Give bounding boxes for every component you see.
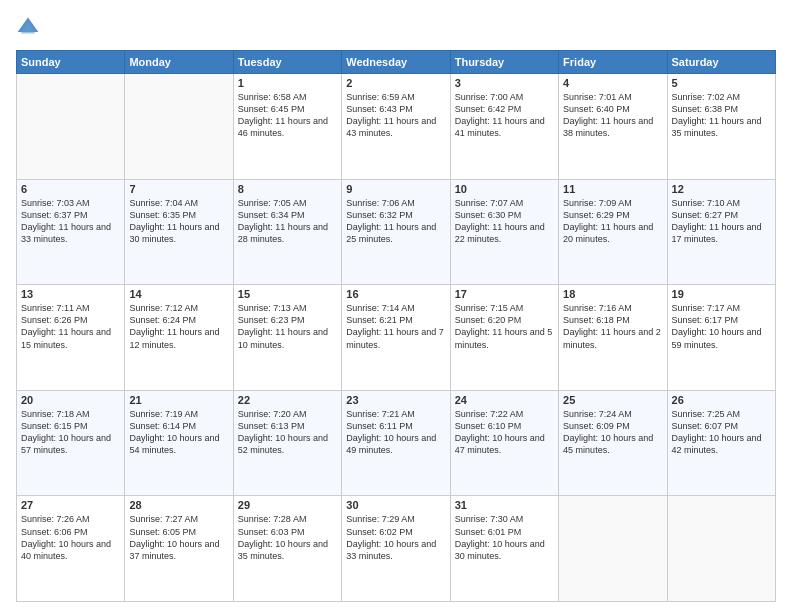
day-info: Sunrise: 7:29 AMSunset: 6:02 PMDaylight:… [346,513,445,562]
day-info: Sunrise: 7:04 AMSunset: 6:35 PMDaylight:… [129,197,228,246]
day-number: 6 [21,183,120,195]
day-number: 17 [455,288,554,300]
calendar-cell: 8Sunrise: 7:05 AMSunset: 6:34 PMDaylight… [233,179,341,285]
day-number: 23 [346,394,445,406]
day-number: 10 [455,183,554,195]
calendar-cell: 4Sunrise: 7:01 AMSunset: 6:40 PMDaylight… [559,74,667,180]
day-number: 18 [563,288,662,300]
day-info: Sunrise: 7:24 AMSunset: 6:09 PMDaylight:… [563,408,662,457]
day-number: 9 [346,183,445,195]
day-number: 8 [238,183,337,195]
day-number: 21 [129,394,228,406]
day-info: Sunrise: 7:12 AMSunset: 6:24 PMDaylight:… [129,302,228,351]
day-info: Sunrise: 7:26 AMSunset: 6:06 PMDaylight:… [21,513,120,562]
calendar-cell: 26Sunrise: 7:25 AMSunset: 6:07 PMDayligh… [667,390,775,496]
day-number: 4 [563,77,662,89]
calendar-week-4: 20Sunrise: 7:18 AMSunset: 6:15 PMDayligh… [17,390,776,496]
calendar-cell: 27Sunrise: 7:26 AMSunset: 6:06 PMDayligh… [17,496,125,602]
weekday-header-sunday: Sunday [17,51,125,74]
day-number: 11 [563,183,662,195]
calendar-week-5: 27Sunrise: 7:26 AMSunset: 6:06 PMDayligh… [17,496,776,602]
calendar-cell: 15Sunrise: 7:13 AMSunset: 6:23 PMDayligh… [233,285,341,391]
calendar-cell: 2Sunrise: 6:59 AMSunset: 6:43 PMDaylight… [342,74,450,180]
calendar-cell: 28Sunrise: 7:27 AMSunset: 6:05 PMDayligh… [125,496,233,602]
day-number: 12 [672,183,771,195]
logo-icon [16,16,40,40]
day-number: 14 [129,288,228,300]
calendar-cell: 19Sunrise: 7:17 AMSunset: 6:17 PMDayligh… [667,285,775,391]
calendar-cell: 10Sunrise: 7:07 AMSunset: 6:30 PMDayligh… [450,179,558,285]
calendar-cell: 18Sunrise: 7:16 AMSunset: 6:18 PMDayligh… [559,285,667,391]
calendar-cell: 29Sunrise: 7:28 AMSunset: 6:03 PMDayligh… [233,496,341,602]
day-number: 28 [129,499,228,511]
calendar-week-3: 13Sunrise: 7:11 AMSunset: 6:26 PMDayligh… [17,285,776,391]
day-info: Sunrise: 6:59 AMSunset: 6:43 PMDaylight:… [346,91,445,140]
calendar-cell: 30Sunrise: 7:29 AMSunset: 6:02 PMDayligh… [342,496,450,602]
calendar-cell: 14Sunrise: 7:12 AMSunset: 6:24 PMDayligh… [125,285,233,391]
day-number: 30 [346,499,445,511]
calendar-cell: 11Sunrise: 7:09 AMSunset: 6:29 PMDayligh… [559,179,667,285]
calendar-cell: 7Sunrise: 7:04 AMSunset: 6:35 PMDaylight… [125,179,233,285]
day-number: 19 [672,288,771,300]
day-info: Sunrise: 7:02 AMSunset: 6:38 PMDaylight:… [672,91,771,140]
day-info: Sunrise: 7:14 AMSunset: 6:21 PMDaylight:… [346,302,445,351]
calendar-cell: 13Sunrise: 7:11 AMSunset: 6:26 PMDayligh… [17,285,125,391]
weekday-header-row: SundayMondayTuesdayWednesdayThursdayFrid… [17,51,776,74]
day-info: Sunrise: 7:30 AMSunset: 6:01 PMDaylight:… [455,513,554,562]
calendar-cell: 24Sunrise: 7:22 AMSunset: 6:10 PMDayligh… [450,390,558,496]
day-info: Sunrise: 7:07 AMSunset: 6:30 PMDaylight:… [455,197,554,246]
day-number: 31 [455,499,554,511]
day-number: 26 [672,394,771,406]
calendar-cell: 22Sunrise: 7:20 AMSunset: 6:13 PMDayligh… [233,390,341,496]
day-info: Sunrise: 7:21 AMSunset: 6:11 PMDaylight:… [346,408,445,457]
day-number: 22 [238,394,337,406]
calendar-table: SundayMondayTuesdayWednesdayThursdayFrid… [16,50,776,602]
day-info: Sunrise: 7:19 AMSunset: 6:14 PMDaylight:… [129,408,228,457]
day-number: 16 [346,288,445,300]
day-number: 20 [21,394,120,406]
day-info: Sunrise: 7:20 AMSunset: 6:13 PMDaylight:… [238,408,337,457]
day-number: 7 [129,183,228,195]
day-info: Sunrise: 7:00 AMSunset: 6:42 PMDaylight:… [455,91,554,140]
day-number: 3 [455,77,554,89]
day-number: 1 [238,77,337,89]
weekday-header-monday: Monday [125,51,233,74]
day-info: Sunrise: 7:28 AMSunset: 6:03 PMDaylight:… [238,513,337,562]
calendar-cell: 3Sunrise: 7:00 AMSunset: 6:42 PMDaylight… [450,74,558,180]
day-info: Sunrise: 7:15 AMSunset: 6:20 PMDaylight:… [455,302,554,351]
calendar-cell: 17Sunrise: 7:15 AMSunset: 6:20 PMDayligh… [450,285,558,391]
weekday-header-tuesday: Tuesday [233,51,341,74]
calendar-cell: 9Sunrise: 7:06 AMSunset: 6:32 PMDaylight… [342,179,450,285]
day-info: Sunrise: 7:18 AMSunset: 6:15 PMDaylight:… [21,408,120,457]
day-info: Sunrise: 7:13 AMSunset: 6:23 PMDaylight:… [238,302,337,351]
calendar-cell: 20Sunrise: 7:18 AMSunset: 6:15 PMDayligh… [17,390,125,496]
day-info: Sunrise: 7:03 AMSunset: 6:37 PMDaylight:… [21,197,120,246]
day-info: Sunrise: 7:10 AMSunset: 6:27 PMDaylight:… [672,197,771,246]
day-number: 27 [21,499,120,511]
calendar-cell: 31Sunrise: 7:30 AMSunset: 6:01 PMDayligh… [450,496,558,602]
day-number: 25 [563,394,662,406]
page: SundayMondayTuesdayWednesdayThursdayFrid… [0,0,792,612]
day-info: Sunrise: 7:22 AMSunset: 6:10 PMDaylight:… [455,408,554,457]
logo [16,16,44,40]
day-number: 2 [346,77,445,89]
calendar-cell [667,496,775,602]
calendar-cell: 23Sunrise: 7:21 AMSunset: 6:11 PMDayligh… [342,390,450,496]
day-info: Sunrise: 7:06 AMSunset: 6:32 PMDaylight:… [346,197,445,246]
day-info: Sunrise: 7:09 AMSunset: 6:29 PMDaylight:… [563,197,662,246]
calendar-cell: 25Sunrise: 7:24 AMSunset: 6:09 PMDayligh… [559,390,667,496]
calendar-week-2: 6Sunrise: 7:03 AMSunset: 6:37 PMDaylight… [17,179,776,285]
calendar-cell: 5Sunrise: 7:02 AMSunset: 6:38 PMDaylight… [667,74,775,180]
day-info: Sunrise: 7:01 AMSunset: 6:40 PMDaylight:… [563,91,662,140]
calendar-cell: 21Sunrise: 7:19 AMSunset: 6:14 PMDayligh… [125,390,233,496]
calendar-cell [559,496,667,602]
weekday-header-wednesday: Wednesday [342,51,450,74]
day-info: Sunrise: 7:11 AMSunset: 6:26 PMDaylight:… [21,302,120,351]
header [16,16,776,40]
calendar-cell: 6Sunrise: 7:03 AMSunset: 6:37 PMDaylight… [17,179,125,285]
calendar-cell: 1Sunrise: 6:58 AMSunset: 6:45 PMDaylight… [233,74,341,180]
day-number: 5 [672,77,771,89]
day-number: 29 [238,499,337,511]
day-number: 24 [455,394,554,406]
day-info: Sunrise: 7:16 AMSunset: 6:18 PMDaylight:… [563,302,662,351]
